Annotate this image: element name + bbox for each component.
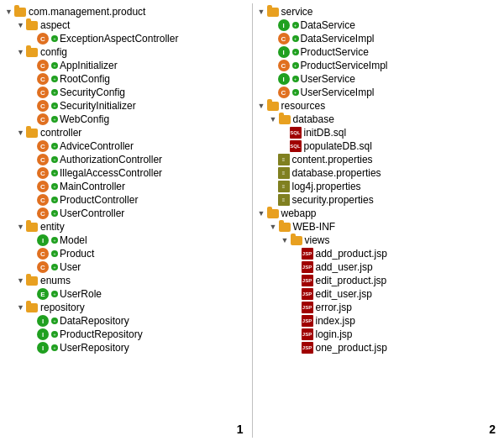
- tree-item-login[interactable]: JSPlogin.jsp: [256, 328, 501, 341]
- tree-item-DataServiceImpl[interactable]: C+DataServiceImpl: [256, 32, 501, 45]
- tree-item-RootConfig[interactable]: C+RootConfig: [3, 72, 249, 86]
- sql-icon: SQL: [290, 127, 302, 139]
- item-label: IllegalAccessController: [60, 167, 162, 179]
- item-label: ProductRepository: [60, 328, 143, 340]
- item-label: log4j.properties: [292, 181, 361, 192]
- tree-item-ExceptionAspectController[interactable]: C+ExceptionAspectController: [3, 32, 249, 45]
- tree-item-AppInitializer[interactable]: C+AppInitializer: [3, 59, 249, 72]
- access-badge: +: [51, 35, 58, 42]
- access-badge: +: [51, 102, 58, 109]
- item-label: database: [293, 113, 334, 125]
- tree-item-User[interactable]: C+User: [3, 260, 249, 274]
- item-label: edit_product.jsp: [316, 275, 387, 286]
- item-label: Model: [60, 234, 87, 246]
- folder-icon: [26, 303, 38, 312]
- tree-item-ProductController[interactable]: C+ProductController: [3, 193, 249, 207]
- tree-item-repository[interactable]: repository: [3, 301, 249, 314]
- access-badge: +: [51, 331, 58, 338]
- item-label: UserServiceImpl: [301, 87, 375, 98]
- tree-left: com.management.productaspectC+ExceptionA…: [3, 5, 249, 354]
- folder-icon: [26, 21, 38, 30]
- panel-number-1: 1: [237, 423, 244, 436]
- tree-item-AdviceController[interactable]: C+AdviceController: [3, 139, 249, 153]
- tree-item-controller[interactable]: controller: [3, 126, 249, 139]
- tree-item-security_props[interactable]: ≡security.properties: [256, 193, 501, 207]
- access-badge: +: [51, 344, 58, 351]
- item-label: DataRepository: [60, 315, 129, 327]
- tree-item-UserRole[interactable]: E+UserRole: [3, 287, 249, 301]
- item-label: security.properties: [292, 194, 374, 206]
- jsp-icon: JSP: [302, 342, 313, 354]
- tree-item-one_product[interactable]: JSPone_product.jsp: [256, 341, 501, 354]
- tree-item-database[interactable]: database: [256, 113, 501, 126]
- arrow-down-icon: [17, 303, 25, 312]
- tree-item-enums[interactable]: enums: [3, 274, 249, 287]
- item-label: add_user.jsp: [316, 261, 373, 273]
- item-label: UserService: [301, 73, 355, 85]
- class-icon: C: [37, 113, 49, 125]
- tree-item-Model[interactable]: I+Model: [3, 234, 249, 247]
- item-label: WebConfig: [60, 113, 109, 125]
- interface-icon: I: [37, 315, 49, 327]
- tree-item-add_product[interactable]: JSPadd_product.jsp: [256, 247, 501, 260]
- tree-item-ProductService[interactable]: I+ProductService: [256, 45, 501, 59]
- tree-item-WEB-INF[interactable]: WEB-INF: [256, 220, 501, 234]
- tree-item-populateDB[interactable]: SQLpopulateDB.sql: [256, 139, 501, 153]
- tree-item-aspect[interactable]: aspect: [3, 18, 249, 32]
- interface-icon: I: [37, 328, 49, 340]
- tree-item-edit_user[interactable]: JSPedit_user.jsp: [256, 287, 501, 301]
- item-label: initDB.sql: [304, 127, 347, 139]
- props-icon: ≡: [278, 194, 290, 206]
- item-label: one_product.jsp: [316, 342, 387, 354]
- tree-item-edit_product[interactable]: JSPedit_product.jsp: [256, 274, 501, 287]
- item-label: ProductController: [60, 194, 138, 206]
- tree-item-UserRepository[interactable]: I+UserRepository: [3, 341, 249, 354]
- panel-left: com.management.productaspectC+ExceptionA…: [0, 0, 252, 441]
- tree-item-service[interactable]: service: [256, 5, 501, 18]
- tree-item-log4j_props[interactable]: ≡log4j.properties: [256, 180, 501, 193]
- tree-item-IllegalAccessController[interactable]: C+IllegalAccessController: [3, 166, 249, 180]
- tree-item-add_user[interactable]: JSPadd_user.jsp: [256, 260, 501, 274]
- item-label: populateDB.sql: [304, 140, 372, 152]
- tree-item-views[interactable]: views: [256, 234, 501, 247]
- tree-item-SecurityConfig[interactable]: C+SecurityConfig: [3, 86, 249, 99]
- tree-item-initDB[interactable]: SQLinitDB.sql: [256, 126, 501, 139]
- tree-item-ProductRepository[interactable]: I+ProductRepository: [3, 328, 249, 341]
- tree-item-error[interactable]: JSPerror.jsp: [256, 301, 501, 314]
- tree-item-AuthorizationController[interactable]: C+AuthorizationController: [3, 153, 249, 166]
- tree-item-ProductServiceImpl[interactable]: C+ProductServiceImpl: [256, 59, 501, 72]
- tree-right: serviceI+DataServiceC+DataServiceImplI+P…: [256, 5, 501, 354]
- tree-item-SecurityInitializer[interactable]: C+SecurityInitializer: [3, 99, 249, 113]
- folder-icon: [26, 276, 38, 286]
- item-label: AdviceController: [60, 140, 134, 152]
- item-label: index.jsp: [316, 315, 355, 327]
- tree-item-UserServiceImpl[interactable]: C+UserServiceImpl: [256, 86, 501, 99]
- tree-item-content_props[interactable]: ≡content.properties: [256, 153, 501, 166]
- tree-item-DataService[interactable]: I+DataService: [256, 18, 501, 32]
- tree-item-MainController[interactable]: C+MainController: [3, 180, 249, 193]
- tree-item-UserService[interactable]: I+UserService: [256, 72, 501, 86]
- tree-item-database_props[interactable]: ≡database.properties: [256, 166, 501, 180]
- class-icon: C: [37, 33, 49, 45]
- access-badge: +: [292, 62, 299, 69]
- item-label: edit_user.jsp: [316, 288, 372, 300]
- tree-item-WebConfig[interactable]: C+WebConfig: [3, 113, 249, 126]
- interface-icon: I: [278, 46, 290, 58]
- item-label: login.jsp: [316, 328, 353, 340]
- tree-item-UserController[interactable]: C+UserController: [3, 207, 249, 220]
- tree-item-root[interactable]: com.management.product: [3, 5, 249, 18]
- tree-item-DataRepository[interactable]: I+DataRepository: [3, 314, 249, 328]
- tree-item-entity[interactable]: entity: [3, 220, 249, 234]
- access-badge: +: [51, 116, 58, 123]
- item-label: UserController: [60, 207, 124, 219]
- item-label: entity: [40, 221, 65, 233]
- item-label: service: [281, 6, 313, 18]
- item-label: AppInitializer: [60, 60, 118, 71]
- item-label: RootConfig: [60, 73, 110, 85]
- tree-item-index[interactable]: JSPindex.jsp: [256, 314, 501, 328]
- tree-item-webapp[interactable]: webapp: [256, 207, 501, 220]
- item-label: DataServiceImpl: [301, 33, 375, 45]
- tree-item-resources[interactable]: resources: [256, 99, 501, 113]
- tree-item-Product[interactable]: C+Product: [3, 247, 249, 260]
- tree-item-config[interactable]: config: [3, 45, 249, 59]
